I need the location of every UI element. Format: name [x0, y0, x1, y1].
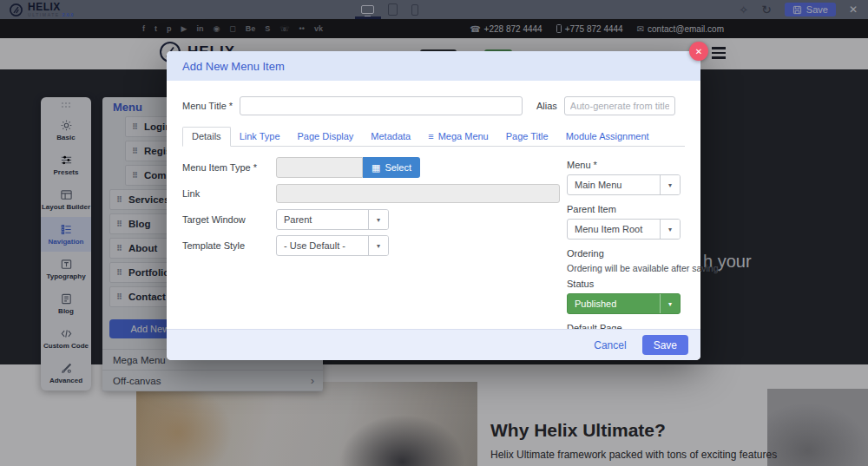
chevron-down-icon: ▾ — [660, 220, 680, 239]
tab-details[interactable]: Details — [182, 127, 231, 147]
modal-title: Add New Menu Item — [167, 51, 700, 81]
link-label: Link — [182, 188, 276, 199]
menu-item-type-input — [276, 157, 363, 178]
ordering-label: Ordering — [567, 248, 697, 259]
parent-item-label: Parent Item — [567, 204, 697, 214]
alias-label: Alias — [536, 101, 557, 111]
menu-title-input[interactable] — [240, 96, 523, 115]
tab-metadata[interactable]: Metadata — [362, 127, 419, 146]
menu-select[interactable]: Main Menu ▾ — [567, 174, 681, 195]
chevron-down-icon: ▾ — [660, 175, 680, 194]
chevron-down-icon: ▾ — [368, 210, 388, 229]
chevron-down-icon: ▾ — [660, 294, 680, 313]
link-input — [276, 184, 560, 203]
modal-close-button[interactable]: ✕ — [689, 42, 708, 61]
chevron-down-icon: ▾ — [368, 236, 388, 255]
target-window-select[interactable]: Parent ▾ — [276, 209, 389, 230]
add-menu-item-modal: ✕ Add New Menu Item Menu Title * Alias D… — [167, 51, 700, 360]
status-label: Status — [567, 279, 697, 289]
template-style-select[interactable]: - Use Default - ▾ — [276, 235, 389, 256]
menu-title-label: Menu Title * — [182, 101, 240, 111]
grid-icon: ▦ — [372, 162, 380, 174]
close-icon: ✕ — [695, 47, 702, 56]
alias-input[interactable] — [564, 96, 675, 115]
select-type-button[interactable]: ▦Select — [363, 157, 420, 178]
tab-mega-menu[interactable]: ≡Mega Menu — [419, 127, 497, 146]
modal-tabs: Details Link Type Page Display Metadata … — [182, 127, 685, 147]
tab-page-display[interactable]: Page Display — [289, 127, 363, 146]
hamburger-icon: ≡ — [428, 131, 433, 141]
menu-label: Menu * — [567, 160, 697, 170]
target-window-label: Target Window — [182, 214, 276, 225]
template-style-label: Template Style — [182, 240, 276, 251]
cancel-button[interactable]: Cancel — [594, 339, 626, 351]
tab-page-title[interactable]: Page Title — [497, 127, 557, 146]
save-button[interactable]: Save — [642, 335, 688, 355]
tab-link-type[interactable]: Link Type — [231, 127, 289, 146]
tab-module-assignment[interactable]: Module Assignment — [557, 127, 658, 146]
menu-item-type-label: Menu Item Type * — [182, 162, 276, 173]
status-select[interactable]: Published ▾ — [567, 293, 681, 314]
parent-item-select[interactable]: Menu Item Root ▾ — [567, 219, 681, 240]
ordering-note: Ordering will be available after saving. — [567, 263, 697, 273]
